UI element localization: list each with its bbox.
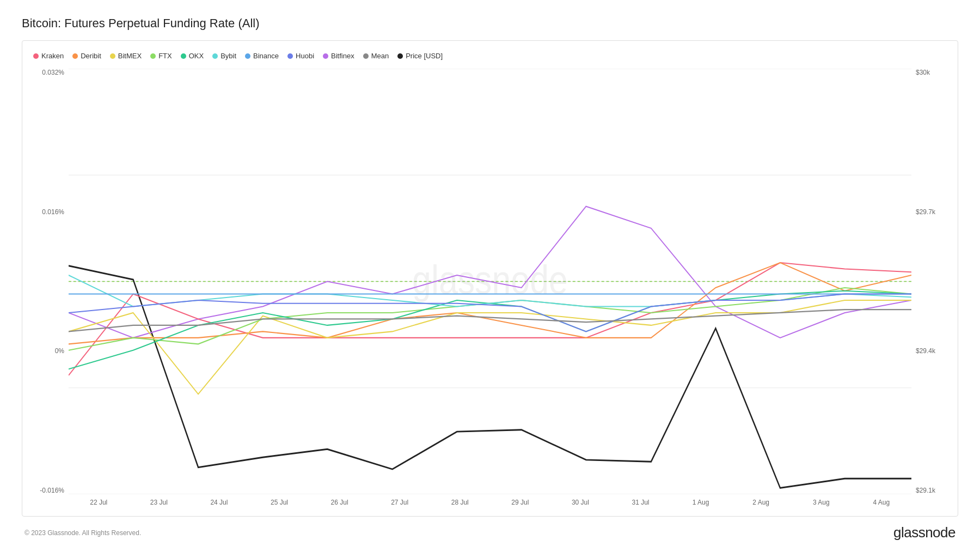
legend-item-ftx: FTX [150,52,172,60]
y-axis-left-label: 0.016% [42,208,64,216]
page-title: Bitcoin: Futures Perpetual Funding Rate … [22,16,958,31]
y-axis-right-label: $29.1k [916,487,935,494]
legend-label: Huobi [296,52,314,60]
chart-area: 0.032%0.016%0%-0.016% [33,69,947,511]
svg-text:glassnode: glassnode [412,258,568,302]
legend-dot [363,53,369,59]
legend-item-bybit: Bybit [212,52,236,60]
legend-item-bitmex: BitMEX [110,52,142,60]
legend-dot [287,53,293,59]
x-axis-label: 2 Aug [731,499,791,506]
chart-container: KrakenDeribitBitMEXFTXOKXBybitBinanceHuo… [22,40,958,517]
x-axis-label: 26 Jul [309,499,370,506]
legend-dot [245,53,250,59]
x-axis-label: 1 Aug [671,499,731,506]
y-axis-left: 0.032%0.016%0%-0.016% [33,69,69,511]
y-axis-left-label: 0.032% [42,69,64,76]
chart-inner: glassnode [69,69,911,511]
copyright-text: © 2023 Glassnode. All Rights Reserved. [24,529,141,537]
legend-dot [150,53,156,59]
legend-item-mean: Mean [363,52,389,60]
legend-label: Bybit [220,52,236,60]
x-axis-label: 3 Aug [791,499,852,506]
legend-label: Bitfinex [331,52,354,60]
legend-dot [212,53,218,59]
legend-label: Mean [371,52,389,60]
legend-item-deribit: Deribit [72,52,101,60]
x-axis-label: 25 Jul [249,499,310,506]
x-axis-label: 30 Jul [550,499,611,506]
legend-dot [323,53,328,59]
legend-label: OKX [189,52,204,60]
x-axis-label: 24 Jul [189,499,249,506]
legend-dot [110,53,115,59]
legend-item-huobi: Huobi [287,52,314,60]
x-axis-label: 23 Jul [129,499,189,506]
y-axis-right: $30k$29.7k$29.4k$29.1k [911,69,947,511]
y-axis-left-label: -0.016% [40,487,64,494]
legend-item-kraken: Kraken [33,52,64,60]
x-axis-label: 4 Aug [852,499,912,506]
legend-label: Kraken [41,52,64,60]
footer: © 2023 Glassnode. All Rights Reserved. g… [22,524,958,541]
legend-label: FTX [158,52,172,60]
legend-dot [33,53,39,59]
glassnode-logo: glassnode [893,524,955,541]
y-axis-right-label: $29.7k [916,208,935,216]
y-axis-right-label: $30k [916,69,930,76]
x-axis-label: 29 Jul [490,499,550,506]
legend-item-okx: OKX [181,52,204,60]
legend-dot [72,53,78,59]
legend-item-binance: Binance [245,52,279,60]
legend-dot [397,53,403,59]
x-axis-label: 28 Jul [430,499,490,506]
legend-item-bitfinex: Bitfinex [323,52,354,60]
legend-label: Deribit [81,52,101,60]
x-axis-label: 31 Jul [610,499,671,506]
legend-label: BitMEX [118,52,142,60]
legend: KrakenDeribitBitMEXFTXOKXBybitBinanceHuo… [33,52,947,60]
legend-label: Price [USD] [406,52,443,60]
x-axis-label: 22 Jul [69,499,129,506]
x-axis: 22 Jul23 Jul24 Jul25 Jul26 Jul27 Jul28 J… [69,494,911,511]
y-axis-right-label: $29.4k [916,347,935,355]
y-axis-left-label: 0% [55,347,64,355]
x-axis-label: 27 Jul [370,499,430,506]
legend-dot [181,53,186,59]
legend-item-priceusd: Price [USD] [397,52,443,60]
page-wrapper: Bitcoin: Futures Perpetual Funding Rate … [0,0,980,552]
legend-label: Binance [253,52,279,60]
